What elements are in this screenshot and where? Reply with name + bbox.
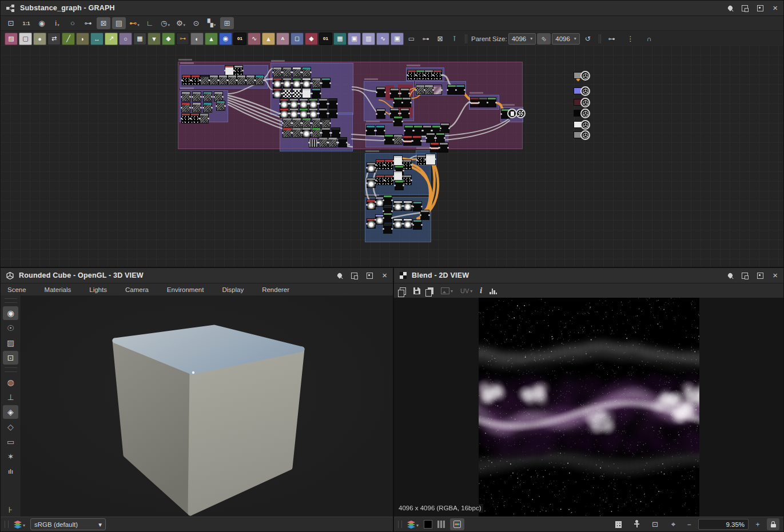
link-size-button[interactable]: ∞ <box>537 33 551 45</box>
graph-node[interactable] <box>385 175 393 185</box>
graph-node[interactable] <box>417 155 425 165</box>
graph-node[interactable] <box>367 163 375 172</box>
graph-node[interactable] <box>385 160 393 169</box>
gradient-map-node-button[interactable]: ◉ <box>219 33 232 45</box>
blend-node-button[interactable]: ◐ <box>190 33 204 45</box>
graph-node[interactable] <box>395 181 403 190</box>
crop-node-button[interactable]: ◻ <box>290 33 304 45</box>
turbine-mesh-icon[interactable]: ✶ <box>3 450 18 463</box>
graph-node[interactable] <box>293 128 301 137</box>
graph-node[interactable] <box>283 128 291 137</box>
colorspace-layers-icon[interactable]: ▾ <box>14 521 25 528</box>
graph-node[interactable] <box>488 98 496 107</box>
mannequin-icon[interactable] <box>630 518 643 530</box>
search-button[interactable]: ○ <box>66 17 79 29</box>
graph-node[interactable] <box>322 78 330 87</box>
copy-image-icon[interactable] <box>428 287 433 294</box>
camera-settings-icon[interactable]: ◉ <box>3 306 18 320</box>
graph-node[interactable] <box>309 138 317 147</box>
output-node[interactable] <box>580 86 590 96</box>
graph-node[interactable] <box>394 156 402 165</box>
graph-node[interactable] <box>425 70 433 79</box>
graph-node[interactable] <box>309 109 317 118</box>
graph-node[interactable] <box>329 109 337 118</box>
menu-camera[interactable]: Camera <box>125 286 158 293</box>
channels-icon[interactable] <box>437 521 445 528</box>
environment-settings-icon[interactable]: ▨ <box>3 336 18 350</box>
graph-node[interactable] <box>204 103 212 112</box>
output-node[interactable] <box>580 120 590 130</box>
menu-materials[interactable]: Materials <box>45 286 81 293</box>
graph-node[interactable] <box>376 160 384 169</box>
graph-node[interactable] <box>319 99 327 108</box>
graph-node[interactable] <box>433 70 441 79</box>
graph-node[interactable] <box>431 143 439 152</box>
pin-icon[interactable] <box>337 272 343 278</box>
graph-node[interactable] <box>408 70 416 79</box>
graph-node[interactable] <box>405 126 413 135</box>
info-icon[interactable]: i <box>480 286 482 295</box>
graph-node[interactable] <box>416 70 424 79</box>
graph-node[interactable] <box>377 109 385 118</box>
graph-node[interactable] <box>192 75 200 85</box>
graph-node[interactable] <box>376 175 384 185</box>
graph-node[interactable] <box>290 109 298 118</box>
scene-tree-icon[interactable]: ⊦ <box>3 503 18 517</box>
graph-node[interactable] <box>303 128 311 137</box>
graph-node[interactable] <box>312 118 320 127</box>
graph-node[interactable] <box>425 85 433 94</box>
graph-node[interactable] <box>210 75 218 85</box>
info-mode-button[interactable]: i▾ <box>50 17 64 29</box>
graph-node[interactable] <box>414 126 422 135</box>
graph-node[interactable] <box>404 136 412 145</box>
zoom-lock-icon[interactable] <box>767 518 779 530</box>
maximize-icon[interactable] <box>757 5 763 11</box>
menu-display[interactable]: Display <box>222 286 253 293</box>
view3d-viewport[interactable]: ◉☉▨⊡◍⊥◈◇▭✶ılı⊦ <box>1 295 393 517</box>
graph-node[interactable] <box>273 78 281 87</box>
graph-node[interactable] <box>214 92 222 101</box>
graph-node[interactable] <box>312 89 320 98</box>
graph-node[interactable] <box>201 75 209 85</box>
dot-link-node-button[interactable]: ⊶ <box>176 33 189 45</box>
graph-node[interactable] <box>471 98 479 107</box>
graph-node[interactable] <box>394 98 402 107</box>
graph-node[interactable] <box>182 75 190 85</box>
graph-node[interactable] <box>312 128 320 137</box>
colorspace-layers-icon[interactable]: ▾ <box>407 521 419 528</box>
actual-size-icon[interactable]: ⌖ <box>667 518 680 530</box>
menu-environment[interactable]: Environment <box>167 286 213 293</box>
graph-node[interactable] <box>394 135 402 144</box>
graph-node[interactable] <box>319 109 327 118</box>
graph-node[interactable] <box>329 99 337 108</box>
geometry-sphere-icon[interactable]: ◍ <box>3 375 18 389</box>
background-image-icon[interactable]: ▾ <box>441 287 453 294</box>
graph-node[interactable] <box>228 75 236 85</box>
snap-grid-button[interactable]: ⊞ <box>220 17 234 29</box>
graph-node[interactable] <box>394 117 402 126</box>
flood-fill-node-button[interactable]: ◆ <box>305 33 318 45</box>
tile-sampler-node-button[interactable]: ▦ <box>133 33 146 45</box>
graph-node[interactable] <box>401 109 409 118</box>
graph-node[interactable] <box>384 195 392 205</box>
text-node-button[interactable]: A <box>276 33 289 45</box>
graph-node[interactable] <box>394 219 402 228</box>
graph-node[interactable] <box>309 99 317 108</box>
colorspace-select[interactable]: sRGB (default)▾ <box>30 518 106 530</box>
output-node[interactable] <box>580 98 590 107</box>
float-window-icon[interactable] <box>742 273 748 279</box>
graph-node[interactable] <box>413 202 421 211</box>
graph-node[interactable] <box>303 67 311 77</box>
graph-node[interactable] <box>413 136 421 145</box>
preview-mode-button[interactable]: ⊙ <box>189 17 203 29</box>
graph-node[interactable] <box>234 66 242 75</box>
background-color-swatch[interactable] <box>424 520 432 529</box>
graph-node[interactable] <box>193 103 201 112</box>
graph-node[interactable] <box>433 85 441 94</box>
graph-node[interactable] <box>367 200 375 209</box>
lights-settings-icon[interactable]: ☉ <box>3 321 18 335</box>
graph-node[interactable] <box>280 109 288 118</box>
graph-node[interactable] <box>217 101 225 110</box>
graph-node[interactable] <box>376 215 384 224</box>
graph-node[interactable] <box>283 118 291 127</box>
